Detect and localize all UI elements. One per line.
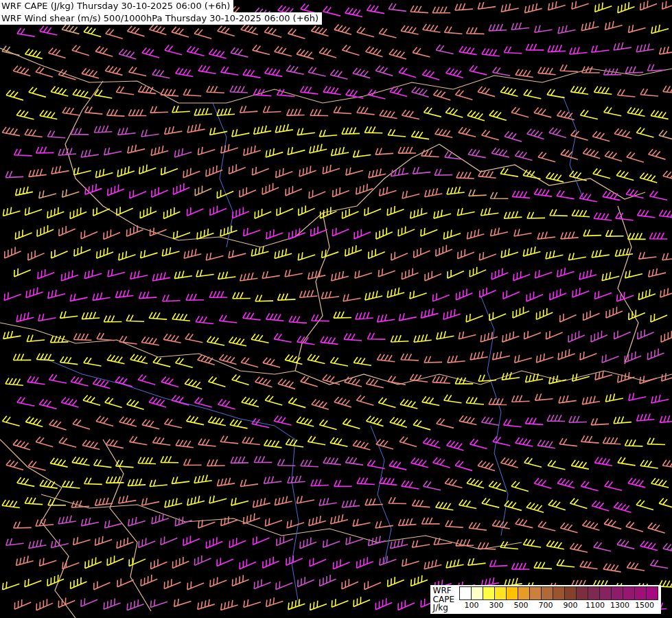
legend-swatch [634,586,647,600]
wind-barb-map-canvas [0,0,672,618]
legend-tick: 1100 [586,601,605,610]
legend-swatch [623,586,635,600]
legend-swatch [518,586,530,600]
legend-swatch [506,586,518,600]
legend-tick: 300 [489,601,504,610]
legend-color-scale: 100300500700900110013001500 [459,586,658,613]
legend-swatch [588,586,600,600]
title-cape: WRF CAPE (J/kg) Thursday 30-10-2025 06:0… [0,0,233,12]
legend-swatch [471,586,483,600]
map-titles: WRF CAPE (J/kg) Thursday 30-10-2025 06:0… [0,0,322,25]
legend-tick: 1300 [610,601,629,610]
cape-legend: WRF CAPE J/kg 10030050070090011001300150… [430,585,661,614]
legend-swatch-row [459,586,658,600]
legend-tick: 900 [564,601,578,610]
legend-swatch [576,586,588,600]
legend-swatch [483,586,495,600]
legend-model-label: WRF [433,586,454,595]
legend-swatch [459,586,472,600]
legend-units-label: J/kg [433,604,454,613]
weather-map: WRF CAPE (J/kg) Thursday 30-10-2025 06:0… [0,0,672,618]
legend-swatch [599,586,612,600]
legend-tick: 500 [514,601,529,610]
legend-swatch [541,586,553,600]
legend-swatch [494,586,507,600]
legend-swatch [646,586,658,600]
legend-swatch [553,586,565,600]
legend-tick-row: 100300500700900110013001500 [459,600,658,610]
legend-labels: WRF CAPE J/kg [432,586,459,613]
legend-tick: 100 [465,601,479,610]
legend-tick: 1500 [635,601,654,610]
legend-swatch [529,586,542,600]
legend-swatch [564,586,577,600]
legend-tick: 700 [539,601,553,610]
legend-swatch [611,586,623,600]
title-wind-shear: WRF Wind shear (m/s) 500/1000hPa Thursda… [0,12,322,25]
